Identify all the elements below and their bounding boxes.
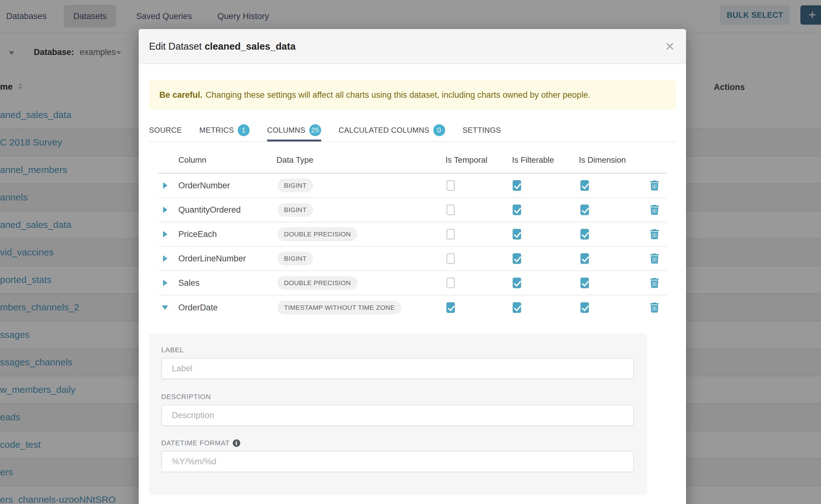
is-filterable-checkbox[interactable] [513,205,521,215]
warning-text: Changing these settings will affect all … [205,90,591,100]
tab-label: COLUMNS [267,126,305,135]
trash-icon[interactable] [650,229,659,239]
is-dimension-checkbox[interactable] [581,253,589,264]
column-row-priceeach: PriceEachDOUBLE PRECISION [159,222,667,247]
column-header-column: Column [178,155,206,165]
column-name: OrderLineNumber [178,254,246,264]
is-temporal-checkbox[interactable] [447,278,455,288]
column-row-ordernumber: OrderNumberBIGINT [159,174,667,198]
column-header-data-type: Data Type [276,155,313,165]
trash-icon[interactable] [650,205,659,215]
data-type-pill: BIGINT [277,179,313,192]
data-type-pill: DOUBLE PRECISION [277,276,357,290]
info-icon[interactable]: i [233,439,240,447]
data-type-pill: BIGINT [277,203,313,217]
warning-bold-text: Be careful. [159,90,202,100]
column-name: OrderNumber [178,181,230,190]
column-name: Sales [178,278,200,288]
trash-icon[interactable] [650,278,659,288]
tab-label: SOURCE [149,126,182,135]
tab-settings[interactable]: SETTINGS [463,119,501,141]
is-dimension-checkbox[interactable] [581,205,589,215]
screen: DatabasesDatasetsSaved QueriesQuery Hist… [0,0,821,504]
column-header-is-dimension: Is Dimension [579,155,626,165]
is-temporal-checkbox[interactable] [447,180,455,191]
column-row-orderdate: OrderDateTIMESTAMP WITHOUT TIME ZONE [159,295,667,320]
is-temporal-checkbox[interactable] [447,302,455,313]
is-filterable-checkbox[interactable] [513,229,521,240]
tab-count-badge: 25 [309,124,321,136]
columns-table-rows: OrderNumberBIGINTQuantityOrderedBIGINTPr… [159,174,667,320]
columns-table: ColumnData TypeIs TemporalIs FilterableI… [159,147,667,320]
label-field: LABEL [161,346,634,379]
is-filterable-checkbox[interactable] [513,302,521,313]
modal-title-dataset-name: cleaned_sales_data [205,41,295,52]
description-input[interactable] [161,405,634,426]
is-temporal-checkbox[interactable] [447,253,455,264]
datetime-format-field-label: DATETIME FORMAT i [161,439,634,447]
expand-caret-icon[interactable] [163,280,167,286]
trash-icon[interactable] [650,180,659,190]
is-temporal-checkbox[interactable] [447,229,455,240]
modal-title-prefix: Edit Dataset [149,41,202,52]
tab-source[interactable]: SOURCE [149,119,182,141]
is-filterable-checkbox[interactable] [513,180,521,191]
close-icon[interactable]: ✕ [665,29,675,64]
column-row-orderlinenumber: OrderLineNumberBIGINT [159,247,667,271]
data-type-pill: TIMESTAMP WITHOUT TIME ZONE [277,301,401,314]
expand-caret-icon[interactable] [163,231,167,237]
tab-count-badge: 0 [433,124,445,136]
column-row-sales: SalesDOUBLE PRECISION [159,271,667,295]
description-field-label: DESCRIPTION [161,393,634,401]
data-type-pill: BIGINT [277,252,313,265]
is-dimension-checkbox[interactable] [581,302,589,313]
tab-label: SETTINGS [463,126,501,135]
datetime-format-field: DATETIME FORMAT i [161,439,634,472]
is-filterable-checkbox[interactable] [513,253,521,264]
column-row-quantityordered: QuantityOrderedBIGINT [159,198,667,222]
is-dimension-checkbox[interactable] [581,229,589,240]
expand-caret-icon[interactable] [163,207,167,213]
trash-icon[interactable] [650,254,659,264]
column-name: PriceEach [178,230,217,239]
column-detail-panel: LABEL DESCRIPTION DATETIME FORMAT i [149,334,647,495]
tab-metrics[interactable]: METRICS1 [199,119,250,141]
column-name: QuantityOrdered [178,205,241,215]
data-type-pill: DOUBLE PRECISION [277,227,357,241]
tab-label: METRICS [199,126,234,135]
label-field-label: LABEL [161,346,634,354]
modal-title: Edit Dataset cleaned_sales_data [149,29,295,64]
trash-icon[interactable] [650,303,659,313]
label-input[interactable] [161,358,634,379]
datetime-format-input[interactable] [161,451,634,472]
description-field: DESCRIPTION [161,393,634,426]
expand-caret-icon[interactable] [163,182,167,189]
edit-dataset-modal: Edit Dataset cleaned_sales_data ✕ Be car… [139,29,686,504]
tab-count-badge: 1 [238,124,250,136]
tab-calculated-columns[interactable]: CALCULATED COLUMNS0 [339,119,445,141]
is-filterable-checkbox[interactable] [513,278,521,288]
warning-banner: Be careful. Changing these settings will… [149,80,676,110]
expand-caret-icon[interactable] [163,255,167,262]
tab-columns[interactable]: COLUMNS25 [267,119,321,141]
columns-table-header: ColumnData TypeIs TemporalIs FilterableI… [159,147,667,174]
column-header-is-filterable: Is Filterable [512,155,554,165]
is-dimension-checkbox[interactable] [581,180,589,191]
column-name: OrderDate [178,303,218,313]
is-dimension-checkbox[interactable] [581,278,589,288]
modal-tabs: SOURCEMETRICS1COLUMNS25CALCULATED COLUMN… [149,119,676,142]
is-temporal-checkbox[interactable] [447,205,455,215]
tab-label: CALCULATED COLUMNS [339,126,430,135]
modal-header: Edit Dataset cleaned_sales_data ✕ [139,29,686,64]
column-header-is-temporal: Is Temporal [446,155,487,165]
collapse-caret-icon[interactable] [162,305,168,310]
